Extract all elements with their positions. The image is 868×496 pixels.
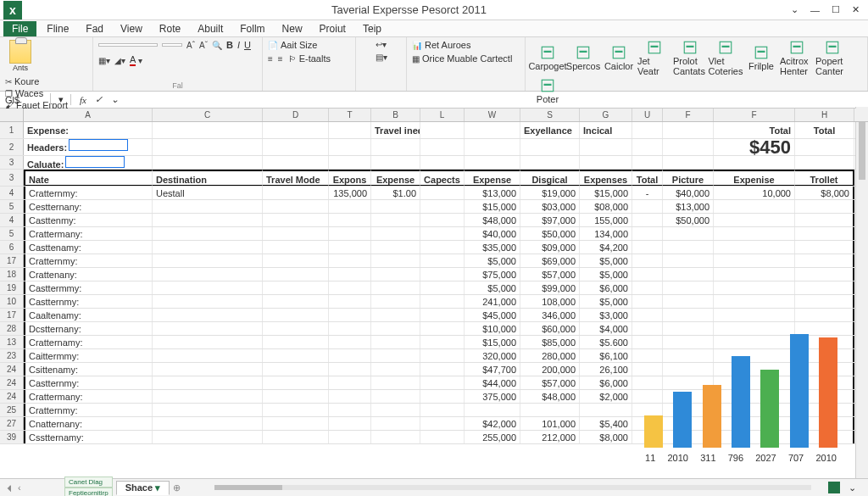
cell[interactable]: 10,000 [714,187,795,199]
cell[interactable]: Cratternmy: [24,254,153,267]
cell[interactable] [263,156,329,169]
cell[interactable] [153,349,263,362]
cell[interactable]: Picture [663,170,714,186]
cell[interactable]: $48,000 [465,214,520,226]
row-header[interactable]: 17 [0,254,24,267]
cell[interactable] [153,376,263,389]
cell[interactable]: Cestternany: [24,200,153,213]
cell[interactable]: Total [714,122,795,138]
cell[interactable]: 108,000 [520,295,580,308]
cell[interactable]: Cnatternany: [24,417,153,430]
cell[interactable] [329,363,371,376]
cell[interactable] [329,431,371,443]
cell[interactable] [420,404,465,416]
cell[interactable] [420,376,465,389]
cell[interactable]: $69,000 [520,254,580,267]
app-icon[interactable]: x [3,1,22,20]
cell[interactable] [153,227,263,240]
cell[interactable]: Expense [371,170,420,186]
cell[interactable] [795,241,854,254]
cell[interactable] [263,349,329,362]
cell[interactable] [371,322,420,335]
cell[interactable]: Castternmy: [24,295,153,308]
row-header[interactable]: 5 [0,227,24,240]
merge-icon[interactable]: ▤▾ [376,53,387,62]
menu-9[interactable]: Teip [356,21,388,36]
cell[interactable] [795,281,854,294]
cell[interactable]: Total [632,170,663,186]
cell[interactable] [263,417,329,430]
embedded-chart[interactable]: 11201031179620277072010 [639,310,843,463]
cell[interactable]: Casttermmy: [24,281,153,294]
orice-muable[interactable]: ▦ Orice Muable Cartectl [412,53,512,64]
cell[interactable] [795,254,854,267]
namebox-dropdown-icon[interactable]: ▾ [51,94,71,105]
font-size[interactable] [162,43,182,47]
carpoget-button[interactable]: Carpoget [531,45,565,71]
cell[interactable] [795,214,854,226]
cell[interactable] [714,281,795,294]
cell[interactable]: $15,000 [465,200,520,213]
cell[interactable] [632,295,663,308]
cell[interactable] [153,139,263,155]
cell[interactable] [795,156,854,169]
align-center-icon[interactable]: ≡ [278,53,283,64]
cell[interactable] [329,404,371,416]
cell[interactable] [632,156,663,169]
cell[interactable]: $42,000 [465,417,520,430]
cell[interactable]: $50,000 [663,214,714,226]
cell[interactable]: $47,700 [465,363,520,376]
underline-icon[interactable]: U [244,40,251,50]
cell[interactable] [371,268,420,281]
cell[interactable]: Cratternamy: [24,336,153,348]
col-header[interactable]: U [632,109,663,121]
cell[interactable] [263,122,329,138]
cell[interactable] [263,268,329,281]
menu-6[interactable]: Follm [233,21,271,36]
file-menu[interactable]: File [3,21,36,36]
cell[interactable] [465,122,520,138]
cell[interactable] [420,122,465,138]
cell[interactable]: $40,000 [663,187,714,199]
cell[interactable]: Caittermmy: [24,349,153,362]
cell[interactable]: Casttenmy: [24,214,153,226]
cell[interactable] [714,295,795,308]
cell[interactable] [329,254,371,267]
cell[interactable] [420,241,465,254]
cell[interactable]: $60,000 [520,322,580,335]
cell[interactable] [663,295,714,308]
cell[interactable]: Trollet [795,170,854,186]
cell[interactable] [420,156,465,169]
cell[interactable] [153,309,263,321]
status-dd-icon[interactable]: ⌄ [849,482,856,493]
cell[interactable] [795,268,854,281]
row-header[interactable]: 13 [0,336,24,348]
cell[interactable]: $99,000 [520,281,580,294]
cell[interactable] [632,241,663,254]
cell[interactable] [371,156,420,169]
cell[interactable] [420,187,465,199]
cell[interactable] [420,417,465,430]
cell[interactable] [420,349,465,362]
cell[interactable]: Nate [24,170,153,186]
cell[interactable] [465,404,520,416]
wrap-icon[interactable]: ↩▾ [376,40,387,49]
cell[interactable]: Destination [153,170,263,186]
cell[interactable] [580,156,632,169]
cell[interactable] [420,254,465,267]
cell[interactable]: $3,000 [580,309,632,321]
cell[interactable] [329,295,371,308]
cell[interactable]: $6,000 [580,281,632,294]
cell[interactable]: $10,000 [465,322,520,335]
cell[interactable]: Caaltenamy: [24,309,153,321]
row-header[interactable]: 24 [0,376,24,389]
clip-item-0[interactable]: ✂ Koure [5,76,68,86]
row-header[interactable]: 2 [0,139,24,155]
cell[interactable]: 320,000 [465,349,520,362]
decrease-font-icon[interactable]: Aˇ [199,41,208,50]
cell[interactable] [714,254,795,267]
cell[interactable]: 346,000 [520,309,580,321]
cell[interactable]: $45,000 [465,309,520,321]
cell[interactable] [329,200,371,213]
cell[interactable]: Uestall [153,187,263,199]
